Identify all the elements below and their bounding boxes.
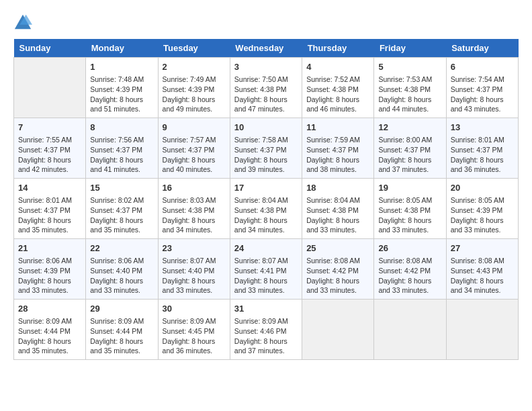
calendar-week-2: 7Sunrise: 7:55 AMSunset: 4:37 PMDaylight…	[14, 118, 519, 179]
calendar-cell: 13Sunrise: 8:01 AMSunset: 4:37 PMDayligh…	[446, 118, 518, 179]
calendar-cell: 29Sunrise: 8:09 AMSunset: 4:44 PMDayligh…	[86, 300, 158, 360]
day-number: 23	[163, 242, 226, 255]
day-number: 19	[378, 182, 441, 194]
calendar-week-5: 28Sunrise: 8:09 AMSunset: 4:44 PMDayligh…	[14, 300, 519, 360]
day-number: 5	[378, 61, 441, 73]
day-number: 30	[163, 303, 226, 315]
day-info: Sunrise: 8:01 AMSunset: 4:37 PMDaylight:…	[18, 195, 81, 235]
calendar-cell: 2Sunrise: 7:49 AMSunset: 4:39 PMDaylight…	[158, 58, 230, 118]
calendar-cell: 10Sunrise: 7:58 AMSunset: 4:37 PMDayligh…	[230, 118, 302, 179]
calendar-cell: 22Sunrise: 8:06 AMSunset: 4:40 PMDayligh…	[86, 239, 158, 300]
day-number: 29	[90, 303, 153, 315]
day-number: 14	[18, 182, 81, 194]
weekday-header-friday: Friday	[374, 39, 446, 58]
day-info: Sunrise: 8:07 AMSunset: 4:40 PMDaylight:…	[163, 256, 226, 295]
day-info: Sunrise: 7:54 AMSunset: 4:37 PMDaylight:…	[451, 75, 514, 114]
day-info: Sunrise: 7:48 AMSunset: 4:39 PMDaylight:…	[90, 75, 153, 114]
day-number: 2	[163, 61, 226, 73]
calendar-cell: 5Sunrise: 7:53 AMSunset: 4:38 PMDaylight…	[374, 58, 446, 118]
day-number: 9	[163, 122, 226, 134]
page-header	[13, 13, 519, 32]
calendar-body: 1Sunrise: 7:48 AMSunset: 4:39 PMDaylight…	[14, 58, 519, 360]
day-number: 28	[18, 303, 81, 315]
calendar-cell: 21Sunrise: 8:06 AMSunset: 4:39 PMDayligh…	[14, 239, 86, 300]
calendar-cell: 16Sunrise: 8:03 AMSunset: 4:38 PMDayligh…	[158, 179, 230, 239]
calendar-cell: 1Sunrise: 7:48 AMSunset: 4:39 PMDaylight…	[86, 58, 158, 118]
calendar-cell	[302, 300, 374, 360]
calendar-cell: 20Sunrise: 8:05 AMSunset: 4:39 PMDayligh…	[446, 179, 518, 239]
calendar-cell: 26Sunrise: 8:08 AMSunset: 4:42 PMDayligh…	[374, 239, 446, 300]
calendar-week-1: 1Sunrise: 7:48 AMSunset: 4:39 PMDaylight…	[14, 58, 519, 118]
day-number: 8	[90, 122, 153, 134]
weekday-header-saturday: Saturday	[446, 39, 518, 58]
calendar-cell: 8Sunrise: 7:56 AMSunset: 4:37 PMDaylight…	[86, 118, 158, 179]
calendar-cell: 27Sunrise: 8:08 AMSunset: 4:43 PMDayligh…	[446, 239, 518, 300]
day-info: Sunrise: 8:08 AMSunset: 4:42 PMDaylight:…	[306, 256, 369, 295]
day-info: Sunrise: 7:52 AMSunset: 4:38 PMDaylight:…	[306, 75, 369, 114]
day-info: Sunrise: 8:06 AMSunset: 4:39 PMDaylight:…	[18, 256, 81, 295]
day-number: 13	[451, 122, 514, 134]
calendar-cell: 30Sunrise: 8:09 AMSunset: 4:45 PMDayligh…	[158, 300, 230, 360]
day-number: 12	[378, 122, 441, 134]
day-number: 26	[378, 242, 441, 255]
day-info: Sunrise: 7:59 AMSunset: 4:37 PMDaylight:…	[306, 135, 369, 175]
day-number: 27	[451, 242, 514, 255]
day-info: Sunrise: 8:09 AMSunset: 4:46 PMDaylight:…	[234, 316, 298, 356]
weekday-header-tuesday: Tuesday	[158, 39, 230, 58]
day-info: Sunrise: 8:05 AMSunset: 4:39 PMDaylight:…	[451, 195, 514, 235]
day-info: Sunrise: 8:09 AMSunset: 4:44 PMDaylight:…	[18, 316, 81, 356]
day-number: 15	[90, 182, 153, 194]
calendar-cell: 19Sunrise: 8:05 AMSunset: 4:38 PMDayligh…	[374, 179, 446, 239]
calendar-cell: 17Sunrise: 8:04 AMSunset: 4:38 PMDayligh…	[230, 179, 302, 239]
day-info: Sunrise: 7:55 AMSunset: 4:37 PMDaylight:…	[18, 135, 81, 175]
weekday-header-wednesday: Wednesday	[230, 39, 302, 58]
calendar-cell: 28Sunrise: 8:09 AMSunset: 4:44 PMDayligh…	[14, 300, 86, 360]
day-info: Sunrise: 8:07 AMSunset: 4:41 PMDaylight:…	[234, 256, 298, 295]
day-number: 4	[306, 61, 369, 73]
day-number: 31	[234, 303, 298, 315]
day-info: Sunrise: 7:49 AMSunset: 4:39 PMDaylight:…	[163, 75, 226, 114]
day-info: Sunrise: 8:06 AMSunset: 4:40 PMDaylight:…	[90, 256, 153, 295]
calendar-cell: 6Sunrise: 7:54 AMSunset: 4:37 PMDaylight…	[446, 58, 518, 118]
calendar-table: SundayMondayTuesdayWednesdayThursdayFrid…	[13, 39, 519, 360]
day-info: Sunrise: 7:56 AMSunset: 4:37 PMDaylight:…	[90, 135, 153, 175]
day-info: Sunrise: 7:57 AMSunset: 4:37 PMDaylight:…	[163, 135, 226, 175]
day-info: Sunrise: 8:09 AMSunset: 4:45 PMDaylight:…	[163, 316, 226, 356]
day-number: 18	[306, 182, 369, 194]
day-info: Sunrise: 8:08 AMSunset: 4:43 PMDaylight:…	[451, 256, 514, 295]
weekday-header-thursday: Thursday	[302, 39, 374, 58]
day-info: Sunrise: 8:00 AMSunset: 4:37 PMDaylight:…	[378, 135, 441, 175]
weekday-header-sunday: Sunday	[14, 39, 86, 58]
calendar-cell: 12Sunrise: 8:00 AMSunset: 4:37 PMDayligh…	[374, 118, 446, 179]
day-number: 1	[90, 61, 153, 73]
day-info: Sunrise: 8:01 AMSunset: 4:37 PMDaylight:…	[451, 135, 514, 175]
calendar-cell	[374, 300, 446, 360]
calendar-cell: 23Sunrise: 8:07 AMSunset: 4:40 PMDayligh…	[158, 239, 230, 300]
calendar-cell: 11Sunrise: 7:59 AMSunset: 4:37 PMDayligh…	[302, 118, 374, 179]
day-info: Sunrise: 8:02 AMSunset: 4:37 PMDaylight:…	[90, 195, 153, 235]
logo-icon	[13, 13, 32, 32]
calendar-cell: 18Sunrise: 8:04 AMSunset: 4:38 PMDayligh…	[302, 179, 374, 239]
calendar-cell: 7Sunrise: 7:55 AMSunset: 4:37 PMDaylight…	[14, 118, 86, 179]
day-number: 10	[234, 122, 298, 134]
day-number: 25	[306, 242, 369, 255]
day-info: Sunrise: 8:05 AMSunset: 4:38 PMDaylight:…	[378, 195, 441, 235]
calendar-cell: 24Sunrise: 8:07 AMSunset: 4:41 PMDayligh…	[230, 239, 302, 300]
day-number: 3	[234, 61, 298, 73]
day-number: 21	[18, 242, 81, 255]
day-number: 24	[234, 242, 298, 255]
day-info: Sunrise: 8:09 AMSunset: 4:44 PMDaylight:…	[90, 316, 153, 356]
calendar-week-3: 14Sunrise: 8:01 AMSunset: 4:37 PMDayligh…	[14, 179, 519, 239]
day-number: 22	[90, 242, 153, 255]
calendar-cell	[14, 58, 86, 118]
calendar-cell: 15Sunrise: 8:02 AMSunset: 4:37 PMDayligh…	[86, 179, 158, 239]
weekday-header-monday: Monday	[86, 39, 158, 58]
day-number: 11	[306, 122, 369, 134]
calendar-cell: 14Sunrise: 8:01 AMSunset: 4:37 PMDayligh…	[14, 179, 86, 239]
calendar-cell: 3Sunrise: 7:50 AMSunset: 4:38 PMDaylight…	[230, 58, 302, 118]
day-number: 20	[451, 182, 514, 194]
calendar-cell: 31Sunrise: 8:09 AMSunset: 4:46 PMDayligh…	[230, 300, 302, 360]
day-info: Sunrise: 8:03 AMSunset: 4:38 PMDaylight:…	[163, 195, 226, 235]
day-info: Sunrise: 7:58 AMSunset: 4:37 PMDaylight:…	[234, 135, 298, 175]
day-info: Sunrise: 8:08 AMSunset: 4:42 PMDaylight:…	[378, 256, 441, 295]
